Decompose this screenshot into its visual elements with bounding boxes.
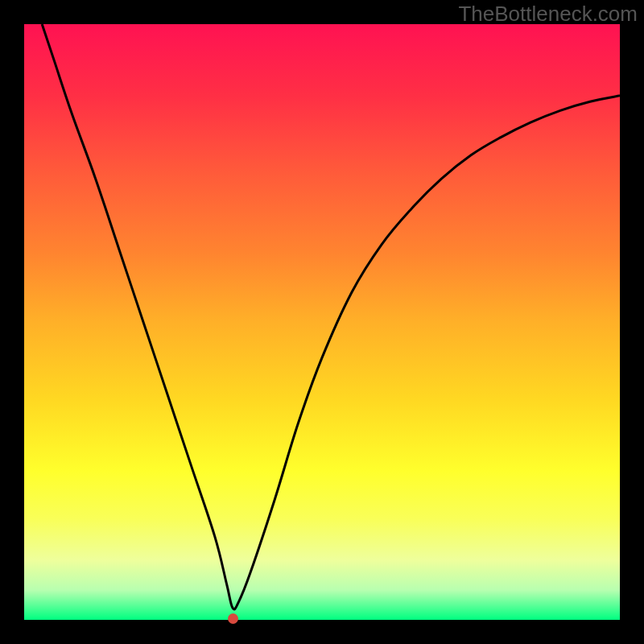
attribution-text: TheBottleneck.com — [458, 2, 638, 27]
optimal-point-marker — [228, 613, 238, 624]
chart-frame: TheBottleneck.com — [0, 0, 644, 644]
chart-plot — [24, 24, 620, 620]
plot-background — [24, 24, 620, 620]
